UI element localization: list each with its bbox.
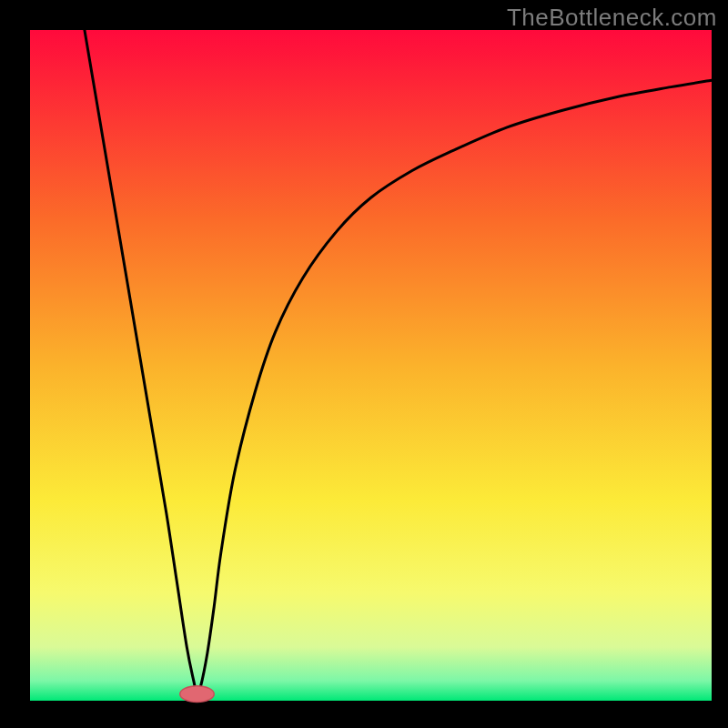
watermark: TheBottleneck.com bbox=[507, 4, 717, 32]
min-marker bbox=[180, 686, 214, 703]
chart-frame: { "watermark": "TheBottleneck.com", "col… bbox=[0, 0, 728, 728]
bottleneck-chart bbox=[0, 0, 728, 728]
plot-background bbox=[30, 30, 712, 701]
